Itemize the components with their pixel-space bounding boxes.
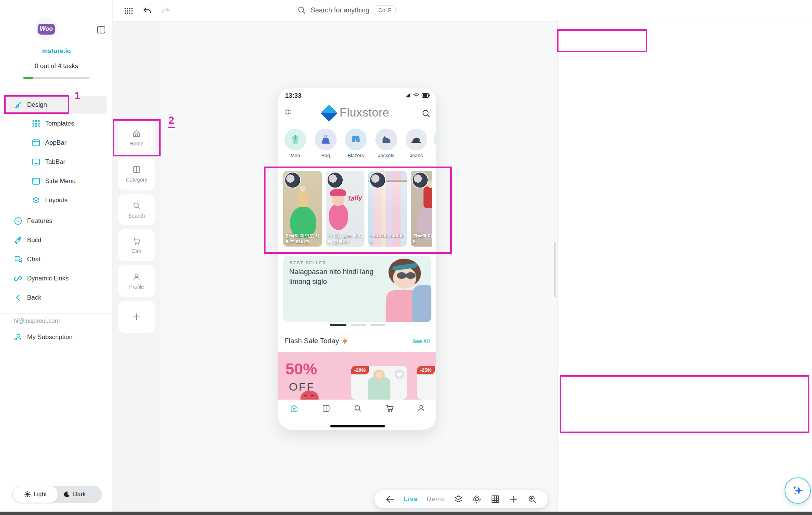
category-extra[interactable] [434,129,437,150]
annotation-number-2: 2 [168,115,175,128]
theme-light-label: Light [34,491,47,498]
sidebar-item-label: Dynamic Links [27,275,69,282]
rail-item-cart[interactable]: Cart [118,229,155,261]
rail-item-category[interactable]: Category [118,158,155,190]
rail-item-label: Category [126,177,147,183]
rail-item-profile[interactable]: Profile [118,265,155,297]
theme-dark-segment[interactable]: Dark [63,486,86,503]
phone-tabbar [278,400,437,417]
live-tab[interactable]: Live [404,495,418,503]
workspace-logo[interactable]: Woo [35,18,58,40]
fluxstore-logo-text: Fluxstore [340,106,389,120]
tab-profile-icon[interactable] [417,404,426,413]
product-card[interactable]: -25% [417,366,437,400]
phone-menu-grid-icon[interactable] [284,108,292,116]
tab-category-icon[interactable] [322,404,331,413]
instagram-story-item[interactable]: 한국화 미 시리즈 8 [411,171,432,247]
tab-cart-icon[interactable] [385,404,394,413]
sidebar-item-design[interactable]: Design [0,96,113,114]
status-icons [405,93,430,98]
sidebar-item-chat[interactable]: Chat [0,250,113,268]
category-icon [132,165,141,174]
sidebar-item-appbar[interactable]: AppBar [0,134,113,152]
carousel-dots[interactable] [278,324,437,326]
category-jackets[interactable] [375,129,397,150]
instagram-story-item[interactable]: 한국화 미인도 시리즈 81\n연 [283,171,322,247]
search-placeholder: Search for anything [311,6,369,14]
category-jeans[interactable] [405,129,427,150]
rail-add-tab-button[interactable] [118,301,155,333]
back-arrow-icon[interactable] [385,494,395,504]
wishlist-button[interactable] [395,370,404,379]
product-card[interactable]: -20% [351,366,407,400]
flash-sale-banner[interactable]: 50% OFF -20% -25% [278,352,437,400]
theme-dark-label: Dark [73,491,86,498]
top-bar: Search for anything Ctrl F [113,0,812,21]
story-avatar [284,172,301,188]
plus-icon [131,312,142,322]
collapse-sidebar-icon[interactable] [96,25,106,35]
category-bag[interactable] [315,129,337,150]
best-seller-banner[interactable]: BEST SELLER Nalagpasan nito hindi lang l… [283,256,431,322]
home-indicator [330,425,385,427]
sidebar-item-label: My Subscription [27,333,73,341]
rail-item-search[interactable]: Search [118,194,155,225]
global-search[interactable]: Search for anything Ctrl F [297,5,396,15]
brightness-icon[interactable] [472,494,482,504]
sidebar-item-subscription[interactable]: My Subscription [0,328,113,346]
grid-view-icon[interactable] [490,494,500,504]
sidebar-item-build[interactable]: Build [0,231,113,249]
tabbar-icon [32,158,41,167]
see-all-link[interactable]: See All [413,338,430,344]
zoom-in-icon[interactable] [527,494,537,504]
theme-light-segment[interactable]: Light [12,486,58,503]
account-email: hi@inspireui.com [14,318,60,324]
sidebar-item-tabbar[interactable]: TabBar [0,153,113,171]
phone-search-icon[interactable] [421,109,431,118]
category-blazers[interactable] [345,129,367,150]
sidebar-item-sidemenu[interactable]: Side Menu [0,172,113,190]
discount-badge: -20% [351,366,369,374]
add-icon[interactable] [509,494,519,504]
demo-tab[interactable]: Demo [426,495,445,503]
layers-icon[interactable] [454,494,463,504]
apps-grid-icon[interactable] [123,6,133,16]
ai-assistant-button[interactable] [785,477,811,504]
site-name[interactable]: mstore.io [0,47,113,55]
rail-item-home[interactable]: Home [118,121,155,154]
moon-icon [63,491,70,498]
lightning-icon [342,338,348,345]
profile-icon [132,272,141,281]
category-men[interactable] [284,129,306,150]
category-label: Bag [313,153,339,158]
sidebar-item-label: Chat [27,256,41,263]
rail-item-label: Profile [129,284,144,290]
search-icon [132,201,141,210]
home-icon [132,129,141,138]
story-avatar [412,172,428,188]
story-caption: 한국화 미 시리즈 8 [413,233,432,245]
sidebar-item-label: Back [27,294,41,301]
sidebar-item-layouts[interactable]: Layouts [0,191,113,209]
sparkle-icon [791,483,805,498]
sidemenu-icon [32,177,41,186]
instagram-story-item[interactable]: #korean_clothes [368,171,407,247]
sidebar-item-templates[interactable]: Templates [0,115,113,133]
canvas-scrollbar[interactable] [554,242,556,297]
sidebar-item-features[interactable]: Features [0,212,113,230]
story-caption: 한국화 미인도 시리즈 81\n연 [285,233,321,245]
sidebar-item-back[interactable]: Back [0,289,113,307]
tab-search-icon[interactable] [353,404,362,413]
fluxstore-logo-icon [320,105,337,121]
sidebar-item-dynamic-links[interactable]: Dynamic Links [0,270,113,288]
redo-icon[interactable] [161,6,171,16]
tab-home-icon[interactable] [290,404,299,413]
story-caption: #korean_clothes [370,233,406,245]
cart-icon [132,236,141,245]
undo-icon[interactable] [142,6,152,16]
link-icon [14,274,23,283]
instagram-story-item[interactable]: Taffy 주먹왕 랄프 테 피타 한복\n# [326,171,364,247]
wifi-icon [413,93,419,98]
story-caption: 주먹왕 랄프 테 피타 한복\n# [328,233,363,245]
sidebar-item-label: Build [27,236,41,244]
